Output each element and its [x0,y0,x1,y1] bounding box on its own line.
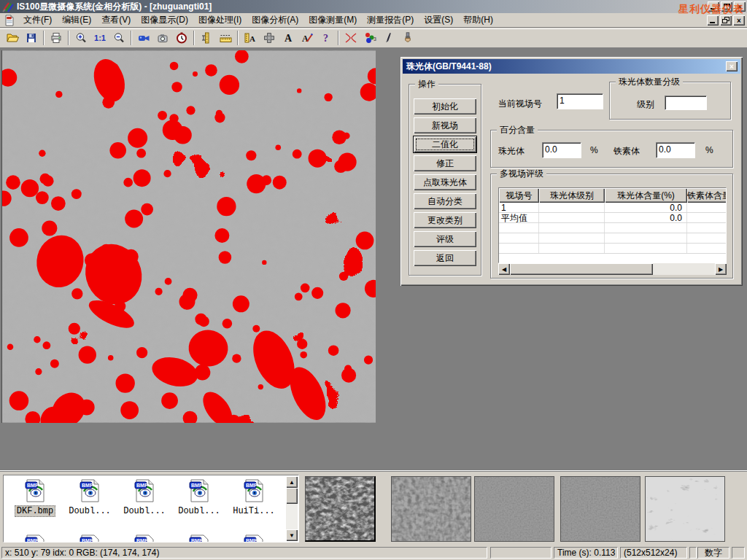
scroll-left-icon[interactable]: ◀ [498,263,510,275]
save-icon[interactable] [22,30,41,46]
file-name[interactable]: Doubl... [67,506,112,516]
close-button[interactable]: × [734,1,746,12]
svg-text:BMP: BMP [82,483,93,488]
bmp-file-icon: BMP [133,478,156,503]
mdi-close-button[interactable]: × [733,15,745,26]
file-item[interactable]: BMP Doubl... [63,478,117,516]
rate-button[interactable]: 评级 [414,231,476,247]
gallery-thumbnail[interactable] [645,476,725,542]
open-icon[interactable] [3,30,22,46]
document-icon[interactable] [4,15,15,26]
menu-edit[interactable]: 编辑(E) [57,12,96,28]
measure-text-icon[interactable]: A [241,30,260,46]
change-class-button[interactable]: 更改类别 [414,212,476,228]
scroll-right-icon[interactable]: ▶ [715,263,727,275]
micrograph-image[interactable] [1,50,376,423]
menu-measure-report[interactable]: 测量报告(P) [362,12,419,28]
svg-text:BMP: BMP [27,483,39,488]
return-button[interactable]: 返回 [414,250,476,266]
help-icon[interactable]: ? [317,30,336,46]
minimize-button[interactable] [708,1,719,12]
mdi-restore-button[interactable] [720,15,732,26]
actual-size-icon[interactable]: 1:1 [90,30,109,46]
gallery-thumbnail[interactable] [474,476,554,542]
dialog-close-icon[interactable]: × [726,61,738,71]
table-row[interactable] [499,223,726,233]
header-ferrite-percent[interactable]: 铁素体含量(%) [687,188,727,203]
new-field-button[interactable]: 新视场 [414,117,476,133]
zoom-out-icon[interactable] [109,30,128,46]
zoom-in-icon[interactable] [71,30,90,46]
scroll-thumb[interactable] [286,488,298,504]
header-pearlite-level[interactable]: 珠光体级别 [539,188,605,203]
percent-group: 百分含量 珠光体 0.0 % 铁素体 0.0 % [490,130,733,168]
file-name[interactable]: HuiTi... [231,506,276,516]
scroll-thumb[interactable] [510,263,653,275]
header-pearlite-percent[interactable]: 珠光体含量(%) [605,188,687,203]
file-vscrollbar[interactable]: ▲ ▼ [286,476,298,541]
maximize-button[interactable] [721,1,732,12]
pearlite-unit: % [590,145,598,155]
init-button[interactable]: 初始化 [414,98,476,114]
gallery-thumbnail[interactable] [560,476,640,542]
table-hscrollbar[interactable]: ◀ ▶ [498,263,727,275]
pearlite-percent-input[interactable]: 0.0 [542,142,581,158]
menu-image-measure[interactable]: 图像测量(M) [303,12,362,28]
camera-capture-icon[interactable] [153,30,172,46]
gallery-thumbnail[interactable] [305,476,376,542]
annotate-text-icon[interactable]: A [298,30,317,46]
file-item[interactable]: BMP [63,534,117,542]
file-item[interactable]: BMP Doubl... [117,478,171,516]
pick-pearlite-button[interactable]: 点取珠光体 [414,174,476,190]
file-name[interactable]: DKF.bmp [15,505,55,517]
menu-view[interactable]: 查看(V) [96,12,136,28]
timer-icon[interactable] [172,30,191,46]
header-field[interactable]: 视场号 [499,188,539,203]
print-icon[interactable] [47,30,66,46]
current-field-input[interactable]: 1 [557,93,603,109]
curve-tool-icon[interactable] [341,30,360,46]
auto-classify-button[interactable]: 自动分类 [414,193,476,209]
file-item[interactable]: BMP [172,534,226,542]
menu-image-process[interactable]: 图像处理(I) [193,12,247,28]
table-row[interactable]: 平均值 0.0 [499,213,726,223]
mdi-minimize-button[interactable] [707,15,719,26]
menu-settings[interactable]: 设置(S) [419,12,458,28]
file-name[interactable]: Doubl... [177,506,222,516]
table-row[interactable] [499,233,726,244]
text-icon[interactable]: A [279,30,298,46]
brush-icon[interactable] [398,30,417,46]
file-item[interactable]: BMP [227,534,281,542]
toolbar-separator [43,31,44,45]
gallery-thumbnail[interactable] [391,476,471,542]
file-item[interactable]: BMP HuiTi... [227,478,281,516]
file-item[interactable]: BMP [117,534,171,542]
menu-file[interactable]: 文件(F) [18,12,57,28]
video-capture-icon[interactable] [134,30,153,46]
caliper-icon[interactable] [197,30,216,46]
dialog-title-bar[interactable]: 珠光体(GB/T9441-88) × [403,59,740,74]
table-row[interactable] [499,244,726,254]
correct-button[interactable]: 修正 [414,155,476,171]
file-item[interactable]: BMP DKF.bmp [8,478,62,517]
menu-help[interactable]: 帮助(H) [458,12,498,28]
pen-icon[interactable] [379,30,398,46]
ruler-icon[interactable] [216,30,235,46]
binarize-button[interactable]: 二值化 [414,136,476,152]
menu-image-display[interactable]: 图像显示(D) [136,12,193,28]
pattern-grid-icon[interactable] [260,30,279,46]
bmp-file-icon: BMP [78,478,101,503]
file-item[interactable]: BMP [8,534,62,542]
level-input[interactable] [665,96,707,110]
ferrite-percent-input[interactable]: 0.0 [656,142,695,158]
table-row[interactable]: 1 0.0 [499,203,726,213]
svg-text:BMP: BMP [246,483,258,488]
classify-balls-icon[interactable]: 3 [360,30,379,46]
mode-status: 数字 [697,547,729,559]
file-item[interactable]: BMP Doubl... [172,478,226,516]
scroll-up-icon[interactable]: ▲ [286,476,298,488]
file-name[interactable]: Doubl... [122,506,167,516]
scroll-down-icon[interactable]: ▼ [286,529,298,541]
menu-image-analysis[interactable]: 图像分析(A) [247,12,303,28]
svg-text:BMP: BMP [136,483,148,488]
